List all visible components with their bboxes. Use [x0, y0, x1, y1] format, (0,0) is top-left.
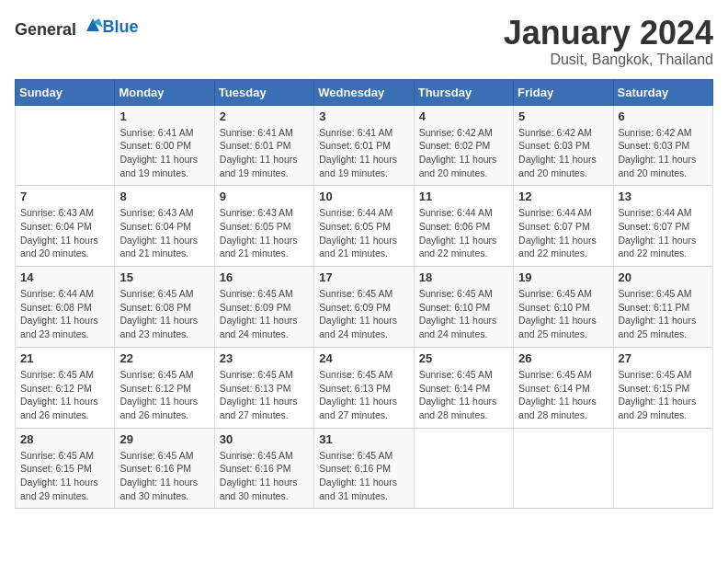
day-number: 8 — [119, 190, 209, 203]
calendar-body: 1Sunrise: 6:41 AMSunset: 6:00 PMDaylight… — [16, 105, 713, 509]
day-info: Sunrise: 6:45 AMSunset: 6:16 PMDaylight:… — [319, 449, 408, 503]
calendar-cell: 6Sunrise: 6:42 AMSunset: 6:03 PMDaylight… — [613, 105, 712, 186]
calendar-cell: 4Sunrise: 6:42 AMSunset: 6:02 PMDaylight… — [414, 105, 513, 186]
calendar-cell: 31Sunrise: 6:45 AMSunset: 6:16 PMDayligh… — [314, 428, 414, 509]
day-number: 11 — [419, 190, 508, 203]
weekday-monday: Monday — [115, 79, 214, 105]
calendar-cell: 12Sunrise: 6:44 AMSunset: 6:07 PMDayligh… — [514, 186, 613, 267]
day-number: 31 — [319, 432, 408, 446]
calendar-cell: 22Sunrise: 6:45 AMSunset: 6:12 PMDayligh… — [115, 347, 214, 428]
calendar-cell: 21Sunrise: 6:45 AMSunset: 6:12 PMDayligh… — [16, 347, 115, 428]
calendar-cell: 27Sunrise: 6:45 AMSunset: 6:15 PMDayligh… — [613, 347, 712, 428]
day-info: Sunrise: 6:45 AMSunset: 6:10 PMDaylight:… — [419, 287, 508, 341]
day-number: 20 — [619, 270, 708, 284]
calendar-cell: 26Sunrise: 6:45 AMSunset: 6:14 PMDayligh… — [514, 347, 613, 428]
calendar-table: SundayMondayTuesdayWednesdayThursdayFrid… — [15, 79, 713, 510]
weekday-header-row: SundayMondayTuesdayWednesdayThursdayFrid… — [16, 79, 713, 105]
day-info: Sunrise: 6:45 AMSunset: 6:12 PMDaylight:… — [20, 368, 109, 422]
day-info: Sunrise: 6:45 AMSunset: 6:14 PMDaylight:… — [419, 368, 508, 422]
day-number: 21 — [20, 351, 109, 365]
day-info: Sunrise: 6:42 AMSunset: 6:02 PMDaylight:… — [419, 126, 508, 180]
calendar-cell: 8Sunrise: 6:43 AMSunset: 6:04 PMDaylight… — [115, 186, 214, 267]
page-header: General Blue January 2024 Dusit, Bangkok… — [15, 15, 713, 68]
day-info: Sunrise: 6:44 AMSunset: 6:06 PMDaylight:… — [419, 206, 508, 260]
day-number: 28 — [20, 432, 109, 446]
calendar-cell — [16, 105, 115, 186]
day-info: Sunrise: 6:45 AMSunset: 6:15 PMDaylight:… — [20, 449, 109, 503]
calendar-cell: 13Sunrise: 6:44 AMSunset: 6:07 PMDayligh… — [613, 186, 712, 267]
calendar-cell: 18Sunrise: 6:45 AMSunset: 6:10 PMDayligh… — [414, 267, 513, 348]
day-info: Sunrise: 6:45 AMSunset: 6:11 PMDaylight:… — [619, 287, 708, 341]
day-info: Sunrise: 6:42 AMSunset: 6:03 PMDaylight:… — [619, 126, 708, 180]
day-info: Sunrise: 6:41 AMSunset: 6:00 PMDaylight:… — [119, 126, 209, 180]
calendar-cell: 2Sunrise: 6:41 AMSunset: 6:01 PMDaylight… — [214, 105, 313, 186]
calendar-cell: 19Sunrise: 6:45 AMSunset: 6:10 PMDayligh… — [514, 267, 613, 348]
day-info: Sunrise: 6:45 AMSunset: 6:16 PMDaylight:… — [119, 449, 209, 503]
day-info: Sunrise: 6:45 AMSunset: 6:16 PMDaylight:… — [220, 449, 309, 503]
day-info: Sunrise: 6:43 AMSunset: 6:04 PMDaylight:… — [20, 206, 109, 260]
day-info: Sunrise: 6:45 AMSunset: 6:12 PMDaylight:… — [119, 368, 209, 422]
calendar-cell: 10Sunrise: 6:44 AMSunset: 6:05 PMDayligh… — [314, 186, 414, 267]
calendar-cell — [414, 428, 513, 509]
week-row-2: 14Sunrise: 6:44 AMSunset: 6:08 PMDayligh… — [16, 267, 713, 348]
day-info: Sunrise: 6:44 AMSunset: 6:07 PMDaylight:… — [518, 206, 608, 260]
calendar-cell: 5Sunrise: 6:42 AMSunset: 6:03 PMDaylight… — [514, 105, 613, 186]
title-area: January 2024 Dusit, Bangkok, Thailand — [504, 15, 713, 68]
day-number: 6 — [619, 109, 708, 123]
day-number: 29 — [119, 432, 209, 446]
day-number: 9 — [220, 190, 309, 203]
day-number: 24 — [319, 351, 408, 365]
day-number: 23 — [220, 351, 309, 365]
day-number: 13 — [619, 190, 708, 203]
day-number: 22 — [119, 351, 209, 365]
logo: General Blue — [15, 15, 139, 40]
day-info: Sunrise: 6:45 AMSunset: 6:13 PMDaylight:… — [319, 368, 408, 422]
calendar-cell: 16Sunrise: 6:45 AMSunset: 6:09 PMDayligh… — [214, 267, 313, 348]
calendar-cell: 25Sunrise: 6:45 AMSunset: 6:14 PMDayligh… — [414, 347, 513, 428]
day-info: Sunrise: 6:45 AMSunset: 6:14 PMDaylight:… — [518, 368, 608, 422]
weekday-friday: Friday — [514, 79, 613, 105]
calendar-cell: 28Sunrise: 6:45 AMSunset: 6:15 PMDayligh… — [16, 428, 115, 509]
calendar-cell: 15Sunrise: 6:45 AMSunset: 6:08 PMDayligh… — [115, 267, 214, 348]
day-info: Sunrise: 6:42 AMSunset: 6:03 PMDaylight:… — [518, 126, 608, 180]
calendar-cell: 24Sunrise: 6:45 AMSunset: 6:13 PMDayligh… — [314, 347, 414, 428]
calendar-cell: 20Sunrise: 6:45 AMSunset: 6:11 PMDayligh… — [613, 267, 712, 348]
day-info: Sunrise: 6:45 AMSunset: 6:13 PMDaylight:… — [220, 368, 309, 422]
weekday-wednesday: Wednesday — [314, 79, 414, 105]
day-info: Sunrise: 6:44 AMSunset: 6:07 PMDaylight:… — [619, 206, 708, 260]
day-info: Sunrise: 6:41 AMSunset: 6:01 PMDaylight:… — [220, 126, 309, 180]
logo-blue: Blue — [103, 17, 139, 37]
day-number: 25 — [419, 351, 508, 365]
location-title: Dusit, Bangkok, Thailand — [504, 52, 713, 68]
day-number: 19 — [518, 270, 608, 284]
day-number: 4 — [419, 109, 508, 123]
day-info: Sunrise: 6:45 AMSunset: 6:08 PMDaylight:… — [119, 287, 209, 341]
calendar-cell: 14Sunrise: 6:44 AMSunset: 6:08 PMDayligh… — [16, 267, 115, 348]
day-number: 10 — [319, 190, 408, 203]
day-number: 3 — [319, 109, 408, 123]
calendar-cell: 17Sunrise: 6:45 AMSunset: 6:09 PMDayligh… — [314, 267, 414, 348]
day-info: Sunrise: 6:45 AMSunset: 6:15 PMDaylight:… — [619, 368, 708, 422]
calendar-cell: 3Sunrise: 6:41 AMSunset: 6:01 PMDaylight… — [314, 105, 414, 186]
week-row-3: 21Sunrise: 6:45 AMSunset: 6:12 PMDayligh… — [16, 347, 713, 428]
day-info: Sunrise: 6:43 AMSunset: 6:05 PMDaylight:… — [220, 206, 309, 260]
day-number: 27 — [619, 351, 708, 365]
day-info: Sunrise: 6:45 AMSunset: 6:09 PMDaylight:… — [220, 287, 309, 341]
month-title: January 2024 — [504, 15, 713, 52]
calendar-cell — [514, 428, 613, 509]
day-number: 16 — [220, 270, 309, 284]
calendar-cell — [613, 428, 712, 509]
day-number: 26 — [518, 351, 608, 365]
calendar-cell: 1Sunrise: 6:41 AMSunset: 6:00 PMDaylight… — [115, 105, 214, 186]
day-number: 15 — [119, 270, 209, 284]
day-number: 18 — [419, 270, 508, 284]
day-number: 1 — [119, 109, 209, 123]
weekday-saturday: Saturday — [613, 79, 712, 105]
weekday-tuesday: Tuesday — [214, 79, 313, 105]
week-row-1: 7Sunrise: 6:43 AMSunset: 6:04 PMDaylight… — [16, 186, 713, 267]
day-number: 12 — [518, 190, 608, 203]
calendar-cell: 9Sunrise: 6:43 AMSunset: 6:05 PMDaylight… — [214, 186, 313, 267]
day-number: 14 — [20, 270, 109, 284]
logo-general: General — [15, 20, 76, 39]
calendar-cell: 30Sunrise: 6:45 AMSunset: 6:16 PMDayligh… — [214, 428, 313, 509]
